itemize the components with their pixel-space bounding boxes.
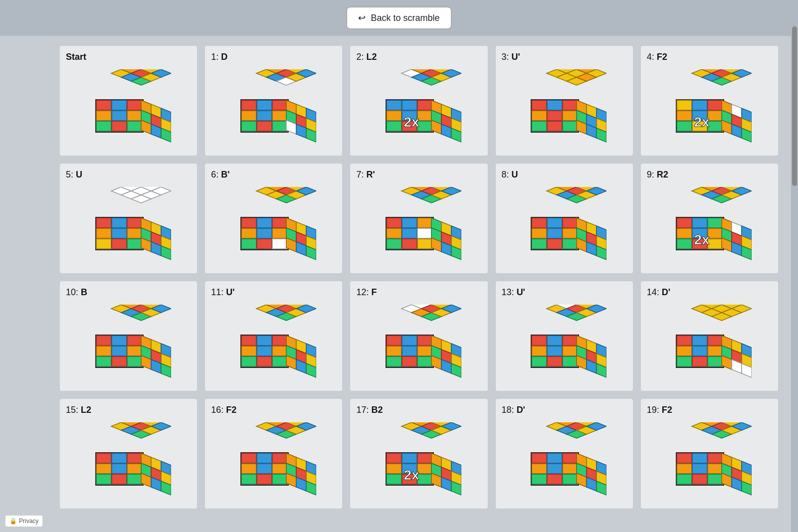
svg-rect-221: [402, 218, 417, 228]
cube-card-7[interactable]: 7: R': [350, 164, 487, 273]
svg-rect-368: [402, 356, 417, 366]
cube-card-16[interactable]: 16: F2: [205, 399, 342, 509]
svg-rect-391: [563, 336, 578, 346]
cube-card-9[interactable]: 9: R22x: [641, 164, 778, 273]
svg-rect-250: [563, 218, 578, 228]
svg-rect-168: [112, 228, 127, 238]
svg-rect-276: [677, 218, 692, 228]
svg-rect-504: [387, 464, 401, 474]
svg-rect-396: [547, 356, 562, 366]
svg-rect-306: [112, 336, 127, 346]
svg-rect-313: [127, 356, 142, 366]
svg-rect-25: [96, 111, 111, 121]
svg-rect-425: [708, 356, 723, 366]
svg-rect-200: [272, 239, 287, 249]
svg-rect-538: [563, 474, 578, 484]
cube-card-title-18: 18: D': [502, 405, 525, 415]
svg-rect-452: [112, 474, 127, 484]
svg-rect-228: [417, 239, 432, 249]
svg-rect-480: [257, 474, 272, 484]
cube-card-title-9: 9: R2: [647, 170, 668, 180]
svg-rect-197: [272, 228, 287, 238]
svg-rect-341: [272, 356, 287, 366]
cube-visual-17: 2x: [356, 419, 481, 503]
svg-rect-252: [547, 228, 562, 238]
cube-card-13[interactable]: 13: U': [496, 281, 633, 391]
svg-rect-453: [127, 474, 142, 484]
cube-card-title-17: 17: B2: [356, 405, 383, 415]
svg-rect-171: [112, 239, 127, 249]
svg-rect-562: [692, 464, 707, 474]
svg-rect-166: [127, 218, 142, 228]
privacy-badge[interactable]: 🔒 Privacy: [5, 515, 43, 527]
svg-rect-397: [563, 356, 578, 366]
cube-visual-2: 2x: [356, 66, 481, 150]
svg-rect-226: [387, 239, 401, 249]
svg-rect-424: [692, 356, 707, 366]
svg-rect-58: [272, 121, 287, 131]
cube-card-5[interactable]: 5: U: [60, 164, 197, 273]
svg-rect-51: [257, 100, 272, 110]
svg-rect-509: [417, 474, 432, 484]
cube-card-title-13: 13: U': [502, 287, 525, 298]
cube-card-3[interactable]: 3: U': [496, 46, 633, 156]
svg-rect-448: [96, 464, 111, 474]
svg-rect-79: [402, 100, 417, 110]
back-button-label: Back to scramble: [371, 13, 439, 23]
svg-rect-113: [532, 121, 547, 131]
cube-card-19[interactable]: 19: F2: [641, 399, 778, 509]
svg-rect-507: [387, 474, 401, 484]
cube-card-title-11: 11: U': [211, 287, 234, 298]
svg-rect-481: [272, 474, 287, 484]
cube-visual-7: [356, 184, 481, 267]
svg-rect-365: [402, 346, 417, 356]
cube-card-11[interactable]: 11: U': [205, 281, 342, 391]
cube-card-15[interactable]: 15: L2: [60, 399, 197, 509]
svg-rect-475: [272, 453, 287, 463]
svg-rect-473: [241, 453, 256, 463]
svg-rect-28: [96, 121, 111, 131]
svg-rect-22: [96, 100, 111, 110]
svg-rect-423: [677, 356, 692, 366]
svg-rect-222: [417, 218, 432, 228]
back-to-scramble-button[interactable]: ↩ Back to scramble: [346, 6, 451, 29]
svg-rect-194: [272, 218, 287, 228]
svg-rect-390: [547, 336, 562, 346]
cube-card-title-14: 14: D': [647, 287, 670, 298]
cube-card-2[interactable]: 2: L22x: [350, 46, 487, 156]
scrollbar-thumb[interactable]: [792, 26, 797, 186]
svg-rect-198: [241, 239, 256, 249]
svg-rect-140: [708, 111, 723, 121]
svg-rect-278: [708, 218, 723, 228]
scrollbar[interactable]: [791, 0, 798, 532]
cube-card-4[interactable]: 4: F22x: [641, 46, 778, 156]
cube-card-0[interactable]: Start: [60, 46, 197, 156]
cube-card-6[interactable]: 6: B': [205, 164, 342, 273]
svg-rect-170: [96, 239, 111, 249]
cube-card-17[interactable]: 17: B22x: [350, 399, 487, 509]
cube-card-1[interactable]: 1: D: [205, 46, 342, 156]
svg-rect-369: [417, 356, 432, 366]
cube-card-10[interactable]: 10: B: [60, 281, 197, 391]
svg-rect-560: [708, 453, 723, 463]
svg-rect-281: [708, 228, 723, 238]
cube-card-8[interactable]: 8: U: [496, 164, 633, 273]
svg-rect-561: [677, 464, 692, 474]
svg-rect-305: [96, 336, 111, 346]
svg-rect-23: [112, 100, 127, 110]
svg-rect-476: [241, 464, 256, 474]
svg-rect-446: [112, 453, 127, 463]
svg-rect-164: [96, 218, 111, 228]
cube-card-18[interactable]: 18: D': [496, 399, 633, 509]
cube-visual-18: [502, 419, 627, 503]
cube-visual-14: [647, 302, 772, 385]
svg-rect-24: [127, 100, 142, 110]
svg-rect-53: [241, 111, 256, 121]
svg-rect-167: [96, 228, 111, 238]
cube-card-title-15: 15: L2: [66, 405, 91, 415]
svg-rect-199: [257, 239, 272, 249]
cube-grid: Start1: D2: L22x3: U'4: F22x5: U6: B'7: …: [60, 46, 778, 509]
cube-card-14[interactable]: 14: D': [641, 281, 778, 391]
svg-rect-114: [547, 121, 562, 131]
cube-card-12[interactable]: 12: F: [350, 281, 487, 391]
